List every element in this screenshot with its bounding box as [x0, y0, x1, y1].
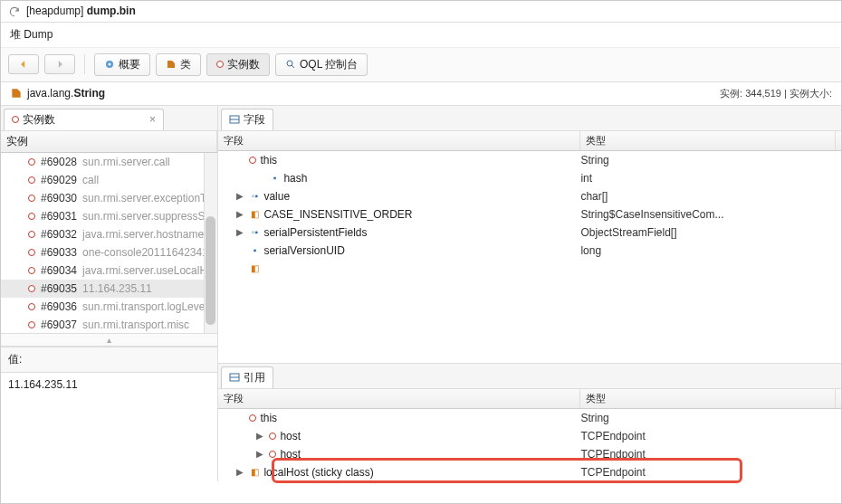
instance-row[interactable]: #6903511.164.235.11: [1, 280, 217, 298]
classes-button[interactable]: 类: [156, 53, 201, 76]
field-type: TCPEndpoint: [580, 466, 842, 479]
dot-icon: [28, 321, 35, 328]
instance-desc: sun.rmi.transport.logLevel: [82, 300, 214, 313]
dot-icon: [28, 176, 35, 184]
field-name: localHost (sticky class): [263, 466, 373, 479]
dot-icon: [249, 157, 256, 164]
splitter-grip[interactable]: ▴: [1, 333, 217, 347]
field-ref-icon: ◧: [249, 209, 260, 220]
class-breadcrumb: java.lang.String: [10, 87, 105, 100]
instance-desc: java.rmi.server.hostname: [82, 228, 214, 241]
field-row[interactable]: ◧: [218, 260, 842, 278]
expand-arrow-icon[interactable]: ▶: [236, 467, 245, 477]
fields-col-value[interactable]: 值: [836, 131, 842, 150]
instance-row[interactable]: #69028sun.rmi.server.call: [1, 153, 217, 171]
instances-column-header[interactable]: 实例: [1, 131, 217, 152]
field-primitive-icon: ▪: [249, 245, 260, 256]
close-icon[interactable]: ×: [149, 113, 156, 126]
instance-row[interactable]: #69037sun.rmi.transport.misc: [1, 316, 217, 333]
main-toolbar: 概要 类 实例数 OQL 控制台: [1, 48, 841, 82]
field-type: String: [580, 154, 842, 166]
instance-id: #69035: [41, 282, 77, 295]
reload-icon[interactable]: [8, 5, 21, 18]
value-label: 值:: [1, 347, 217, 373]
expand-arrow-icon[interactable]: ▶: [236, 209, 245, 219]
nav-back-button[interactable]: [8, 54, 39, 74]
instance-id: #69037: [41, 319, 77, 331]
dot-icon: [28, 285, 35, 292]
instance-row[interactable]: #69033one-console20111642341: [1, 243, 217, 262]
fields-col-name[interactable]: 字段: [218, 131, 580, 150]
dot-icon: [269, 451, 276, 458]
dot-icon: [28, 267, 35, 274]
refs-col-type[interactable]: 类型: [580, 389, 836, 408]
instance-id: #69031: [41, 210, 77, 223]
field-primitive-icon: ▪: [269, 173, 280, 184]
field-row[interactable]: ▶hostTCPEndpoint: [218, 445, 842, 463]
scrollbar[interactable]: [204, 153, 217, 333]
fields-table[interactable]: thisString▪hashint▶▫▪valuechar[]▶◧CASE_I…: [218, 151, 842, 363]
field-type: String: [580, 412, 842, 424]
oql-button[interactable]: OQL 控制台: [275, 53, 368, 76]
field-array-icon: ▫▪: [249, 191, 260, 202]
instance-id: #69034: [41, 264, 77, 277]
dot-icon: [28, 231, 35, 238]
overview-button[interactable]: 概要: [94, 53, 150, 76]
instance-desc: 11.164.235.11: [82, 282, 214, 295]
instance-desc: one-console20111642341: [82, 246, 214, 259]
instances-list[interactable]: #69028sun.rmi.server.call#69029call#6903…: [1, 153, 217, 333]
window-title: [heapdump] dump.bin: [26, 5, 136, 17]
instance-desc: call: [82, 174, 214, 186]
field-name: value: [263, 190, 290, 203]
fields-col-type[interactable]: 类型: [580, 131, 836, 150]
field-row[interactable]: ▶◧localHost (sticky class)TCPEndpoint: [218, 463, 842, 481]
instance-desc: sun.rmi.server.exceptionTr: [82, 192, 214, 204]
instance-row[interactable]: #69029call: [1, 171, 217, 189]
expand-arrow-icon[interactable]: ▶: [236, 227, 245, 237]
field-type: int: [580, 172, 842, 185]
field-name: CASE_INSENSITIVE_ORDER: [263, 208, 412, 221]
subheader-label: 堆 Dump: [1, 23, 841, 48]
refs-col-value[interactable]: 值: [836, 389, 842, 408]
value-content: 11.164.235.11: [1, 373, 217, 481]
dot-icon: [28, 213, 35, 220]
field-row[interactable]: ▶hostTCPEndpoint: [218, 427, 842, 445]
field-row[interactable]: thisString: [218, 409, 842, 427]
field-type: [580, 199, 842, 338]
refs-table[interactable]: thisString▶hostTCPEndpoint▶hostTCPEndpoi…: [218, 409, 842, 481]
instance-id: #69029: [41, 174, 77, 186]
field-name: host: [280, 430, 301, 442]
svg-point-1: [109, 63, 111, 66]
nav-forward-button[interactable]: [44, 54, 75, 74]
instance-id: #69036: [41, 300, 77, 313]
field-name: host: [280, 448, 301, 461]
instances-button[interactable]: 实例数: [206, 53, 270, 76]
instance-row[interactable]: #69034java.rmi.server.useLocalHo: [1, 262, 217, 280]
field-name: hash: [283, 172, 307, 185]
instance-id: #69033: [41, 246, 77, 259]
instance-stats: 实例: 344,519 | 实例大小:: [720, 87, 832, 100]
instance-row[interactable]: #69030sun.rmi.server.exceptionTr: [1, 189, 217, 207]
instance-desc: java.rmi.server.useLocalHo: [82, 264, 214, 277]
field-row[interactable]: thisString: [218, 151, 842, 169]
instance-row[interactable]: #69032java.rmi.server.hostname: [1, 225, 217, 243]
fields-tab[interactable]: 字段: [221, 109, 273, 130]
refs-tab[interactable]: 引用: [221, 366, 273, 388]
dot-icon: [28, 249, 35, 256]
expand-arrow-icon[interactable]: ▶: [256, 431, 265, 441]
instance-row[interactable]: #69036sun.rmi.transport.logLevel: [1, 298, 217, 316]
field-row[interactable]: ▪hashint: [218, 169, 842, 187]
expand-arrow-icon[interactable]: ▶: [236, 191, 245, 201]
instance-id: #69030: [41, 192, 77, 204]
dot-icon: [28, 158, 35, 166]
instance-desc: sun.rmi.server.call: [82, 156, 214, 168]
instances-tab[interactable]: 实例数 ×: [4, 109, 164, 130]
refs-col-name[interactable]: 字段: [218, 389, 580, 408]
field-name: serialPersistentFields: [263, 226, 367, 239]
instance-id: #69032: [41, 228, 77, 241]
field-name: this: [260, 412, 277, 424]
expand-arrow-icon[interactable]: ▶: [256, 449, 265, 459]
field-ref-icon: ◧: [249, 263, 260, 274]
separator: [84, 54, 85, 74]
instance-row[interactable]: #69031sun.rmi.server.suppressSta: [1, 207, 217, 225]
